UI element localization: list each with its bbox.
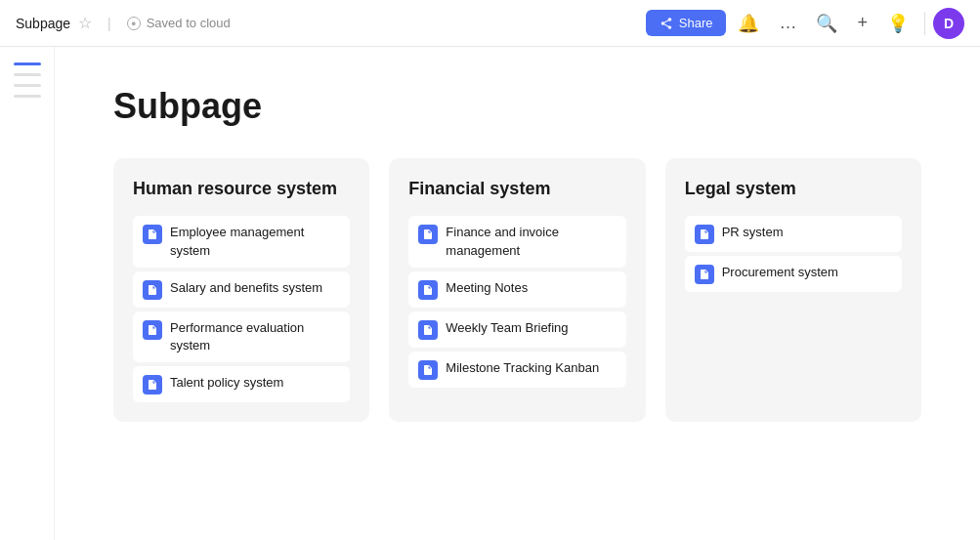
avatar[interactable]: D — [933, 8, 964, 39]
card-item-label-human-resource-1: Salary and benefits system — [170, 279, 322, 297]
doc-icon — [143, 225, 162, 244]
star-icon[interactable]: ☆ — [78, 14, 92, 32]
doc-icon — [143, 375, 162, 395]
card-title-human-resource: Human resource system — [133, 178, 350, 200]
card-items-human-resource: Employee management systemSalary and ben… — [133, 216, 350, 402]
topbar: Subpage ☆ | ● Saved to cloud Share 🔔 … 🔍… — [0, 0, 980, 47]
topbar-right: Share 🔔 … 🔍 + 💡 D — [646, 7, 964, 40]
card-item-label-human-resource-3: Talent policy system — [170, 374, 283, 392]
card-item-legal-0[interactable]: PR system — [685, 216, 902, 252]
page-title: Subpage — [113, 86, 921, 127]
sidebar — [0, 47, 55, 461]
card-item-human-resource-1[interactable]: Salary and benefits system — [133, 271, 350, 308]
card-item-human-resource-2[interactable]: Performance evaluation system — [133, 312, 350, 362]
card-legal: Legal systemPR systemProcurement system — [665, 158, 921, 422]
more-options-button[interactable]: … — [771, 7, 804, 39]
card-item-financial-3[interactable]: Milestone Tracking Kanban — [408, 352, 625, 388]
card-human-resource: Human resource systemEmployee management… — [113, 158, 369, 422]
share-button[interactable]: Share — [646, 10, 727, 36]
card-item-financial-2[interactable]: Weekly Team Briefing — [408, 312, 625, 348]
divider — [924, 12, 925, 35]
card-item-human-resource-3[interactable]: Talent policy system — [133, 366, 350, 402]
doc-icon — [695, 225, 714, 244]
card-item-label-financial-0: Finance and invoice management — [446, 224, 616, 259]
card-title-legal: Legal system — [685, 178, 902, 200]
search-button[interactable]: 🔍 — [808, 7, 845, 40]
cards-grid: Human resource systemEmployee management… — [113, 158, 921, 422]
card-item-label-financial-3: Milestone Tracking Kanban — [446, 359, 599, 377]
main-content: Subpage Human resource systemEmployee ma… — [55, 47, 980, 461]
sidebar-line-2 — [14, 84, 41, 87]
card-item-human-resource-0[interactable]: Employee management system — [133, 216, 350, 267]
sidebar-line-3 — [14, 95, 41, 98]
card-title-financial: Financial system — [408, 178, 625, 200]
doc-icon — [418, 360, 438, 380]
card-item-label-financial-1: Meeting Notes — [446, 279, 528, 297]
card-item-legal-1[interactable]: Procurement system — [685, 256, 902, 292]
card-item-label-legal-0: PR system — [722, 224, 784, 241]
doc-icon — [418, 225, 438, 244]
card-item-label-human-resource-2: Performance evaluation system — [170, 319, 340, 354]
doc-icon — [418, 320, 438, 340]
share-icon — [660, 17, 673, 30]
sidebar-line-1 — [14, 73, 41, 76]
card-item-financial-0[interactable]: Finance and invoice management — [408, 216, 625, 267]
card-item-financial-1[interactable]: Meeting Notes — [408, 271, 625, 308]
card-items-legal: PR systemProcurement system — [685, 216, 902, 292]
notifications-button[interactable]: 🔔 — [730, 7, 767, 40]
sidebar-active-indicator — [14, 62, 41, 65]
doc-icon — [143, 280, 162, 300]
card-item-label-human-resource-0: Employee management system — [170, 224, 340, 259]
card-item-label-legal-1: Procurement system — [722, 264, 838, 281]
save-status: ● Saved to cloud — [127, 16, 231, 30]
lightbulb-button[interactable]: 💡 — [879, 7, 916, 40]
topbar-left: Subpage ☆ | ● Saved to cloud — [16, 14, 231, 32]
doc-icon — [695, 265, 714, 284]
cloud-icon: ● — [127, 17, 141, 30]
card-financial: Financial systemFinance and invoice mana… — [389, 158, 645, 422]
add-button[interactable]: + — [849, 7, 875, 39]
doc-icon — [143, 320, 162, 340]
card-item-label-financial-2: Weekly Team Briefing — [446, 319, 568, 337]
card-items-financial: Finance and invoice managementMeeting No… — [408, 216, 625, 387]
page-breadcrumb: Subpage — [16, 16, 70, 31]
doc-icon — [418, 280, 438, 300]
